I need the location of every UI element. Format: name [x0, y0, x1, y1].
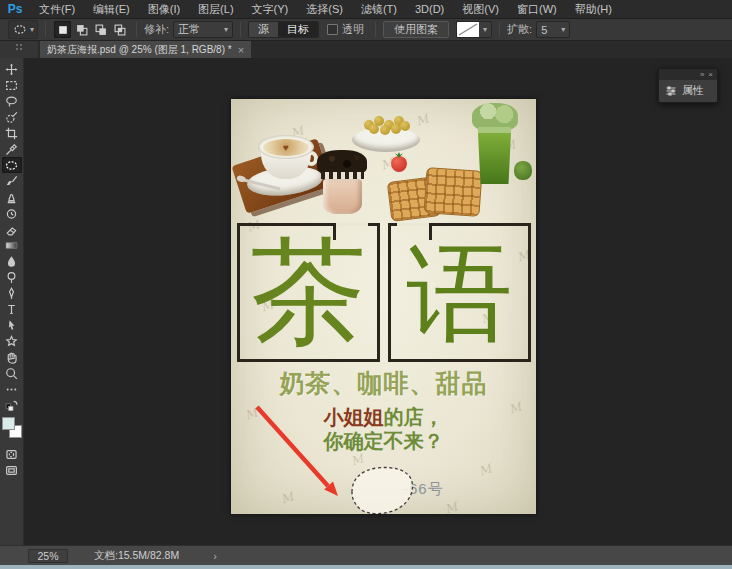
- document-tab[interactable]: 奶茶店海报.psd @ 25% (图层 1, RGB/8) * ×: [40, 41, 251, 58]
- path-selection-tool[interactable]: [2, 317, 22, 333]
- default-swap-colors-control[interactable]: [2, 397, 22, 413]
- properties-panel-tab[interactable]: 属性: [659, 80, 717, 101]
- transparent-checkbox[interactable]: [327, 24, 338, 35]
- menu-view[interactable]: 视图(V): [453, 0, 508, 19]
- close-icon[interactable]: ×: [708, 70, 713, 79]
- intersect-selection-icon: [114, 24, 126, 36]
- quick-selection-tool[interactable]: [2, 109, 22, 125]
- source-target-segment: 源 目标: [248, 21, 319, 38]
- menu-window[interactable]: 窗口(W): [508, 0, 566, 19]
- menu-3d[interactable]: 3D(D): [406, 0, 453, 19]
- color-swatches: [1, 416, 23, 442]
- blur-tool[interactable]: [2, 253, 22, 269]
- screen-mode-button[interactable]: [2, 462, 22, 478]
- menu-layer[interactable]: 图层(L): [189, 0, 242, 19]
- poster-tagline: 奶茶、咖啡、甜品: [231, 367, 536, 400]
- separator: [45, 22, 46, 37]
- pen-tool[interactable]: [2, 285, 22, 301]
- chevron-down-icon: ▾: [30, 25, 34, 34]
- chevron-down-icon: ▾: [561, 25, 565, 34]
- matcha-drink-glass: [477, 127, 512, 184]
- dodge-tool[interactable]: [2, 269, 22, 285]
- poster-title-char-right: 语: [391, 224, 528, 363]
- waffle: [423, 167, 482, 217]
- custom-shape-tool[interactable]: [2, 333, 22, 349]
- document-tab-title: 奶茶店海报.psd @ 25% (图层 1, RGB/8) *: [47, 43, 232, 57]
- separator: [136, 22, 137, 37]
- watermark-mark: M: [414, 111, 430, 128]
- title-frame-left: 茶: [237, 223, 380, 362]
- add-selection-icon: [76, 24, 88, 36]
- separator: [240, 22, 241, 37]
- hand-tool[interactable]: [2, 349, 22, 365]
- poster-line2: 小姐姐的店，: [231, 404, 536, 431]
- bubble-tea-rim: [321, 172, 364, 179]
- transparent-label: 透明: [342, 22, 364, 37]
- poster-canvas[interactable]: M M M M M M M M M M M M M M ♥: [231, 99, 536, 514]
- subtract-selection-icon: [95, 24, 107, 36]
- properties-panel-header: » ×: [659, 69, 717, 80]
- type-tool[interactable]: [2, 301, 22, 317]
- collapse-panel-icon[interactable]: »: [700, 70, 704, 79]
- diffusion-label: 扩散:: [507, 22, 532, 37]
- patch-mode-dropdown[interactable]: 正常 ▾: [173, 21, 233, 38]
- chevron-down-icon[interactable]: ▾: [479, 22, 491, 37]
- rectangular-marquee-tool[interactable]: [2, 77, 22, 93]
- target-button[interactable]: 目标: [278, 22, 318, 37]
- source-button[interactable]: 源: [249, 22, 278, 37]
- latte-art-heart: ♥: [263, 139, 309, 156]
- zoom-level-field[interactable]: 25%: [28, 549, 68, 563]
- menu-help[interactable]: 帮助(H): [566, 0, 621, 19]
- zoom-tool[interactable]: [2, 365, 22, 381]
- poster-line3: 你确定不来？: [231, 428, 536, 455]
- poster-title-char-left: 茶: [240, 222, 377, 361]
- use-pattern-button[interactable]: 使用图案: [383, 21, 449, 38]
- new-selection-button[interactable]: [54, 21, 71, 38]
- pattern-picker[interactable]: ▾: [456, 21, 492, 38]
- menu-filter[interactable]: 滤镜(T): [352, 0, 406, 19]
- brush-tool[interactable]: [2, 173, 22, 189]
- ps-logo: Ps: [0, 2, 30, 16]
- watermark-mark: M: [443, 499, 459, 514]
- properties-panel: » × 属性: [658, 68, 718, 103]
- history-brush-tool[interactable]: [2, 205, 22, 221]
- menu-select[interactable]: 选择(S): [297, 0, 352, 19]
- document-tab-bar: 奶茶店海报.psd @ 25% (图层 1, RGB/8) * ×: [0, 41, 732, 58]
- lasso-tool[interactable]: [2, 93, 22, 109]
- patch-tool[interactable]: [2, 157, 22, 173]
- menu-bar: Ps 文件(F) 编辑(E) 图像(I) 图层(L) 文字(Y) 选择(S) 滤…: [0, 0, 732, 19]
- foreground-color-swatch[interactable]: [2, 417, 15, 430]
- close-icon[interactable]: ×: [238, 45, 244, 55]
- crop-tool[interactable]: [2, 125, 22, 141]
- toolbar-dock-grip[interactable]: [0, 41, 38, 58]
- intersect-selection-button[interactable]: [111, 21, 128, 38]
- matcha-cream-top: [472, 103, 518, 131]
- document-size-info: 文档:15.5M/82.8M: [94, 549, 179, 563]
- strawberry: [391, 156, 407, 172]
- menu-file[interactable]: 文件(F): [30, 0, 84, 19]
- properties-icon: [664, 85, 678, 97]
- eyedropper-tool[interactable]: [2, 141, 22, 157]
- gradient-tool[interactable]: [2, 237, 22, 253]
- edit-toolbar-button[interactable]: [2, 381, 22, 397]
- quick-mask-button[interactable]: [2, 446, 22, 462]
- menu-edit[interactable]: 编辑(E): [84, 0, 139, 19]
- menu-image[interactable]: 图像(I): [139, 0, 189, 19]
- status-flyout-icon[interactable]: ›: [213, 550, 217, 562]
- diffusion-dropdown[interactable]: 5 ▾: [536, 21, 570, 38]
- tool-preset-picker[interactable]: ▾: [8, 20, 38, 39]
- move-tool[interactable]: [2, 61, 22, 77]
- photoshop-window: Ps 文件(F) 编辑(E) 图像(I) 图层(L) 文字(Y) 选择(S) 滤…: [0, 0, 732, 569]
- subtract-from-selection-button[interactable]: [92, 21, 109, 38]
- status-bar: 25% 文档:15.5M/82.8M ›: [0, 545, 732, 565]
- menu-type[interactable]: 文字(Y): [243, 0, 298, 19]
- watermark-mark: M: [477, 461, 493, 478]
- title-frame-right: 语: [388, 223, 531, 362]
- poster-line2-rest: 的店，: [384, 406, 444, 428]
- add-to-selection-button[interactable]: [73, 21, 90, 38]
- eraser-tool[interactable]: [2, 221, 22, 237]
- clone-stamp-tool[interactable]: [2, 189, 22, 205]
- red-arrow-head: [324, 482, 338, 496]
- separator: [375, 22, 376, 37]
- new-selection-icon: [57, 24, 69, 36]
